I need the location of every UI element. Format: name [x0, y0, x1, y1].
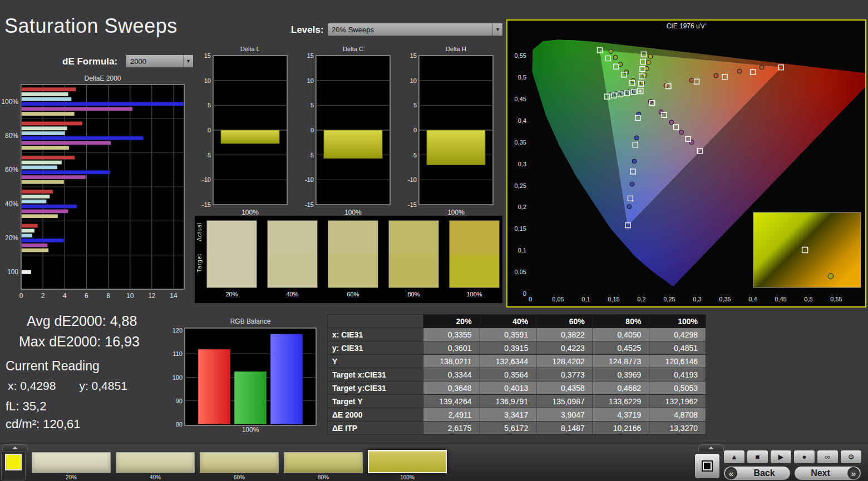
swatch-label: 40% [267, 291, 318, 297]
continuous-button[interactable]: ∞ [817, 450, 839, 464]
svg-text:0,3: 0,3 [693, 296, 701, 303]
table-row-label: Target Y [328, 395, 423, 408]
levels-label: Levels: [291, 24, 324, 36]
table-cell: 0,5053 [649, 381, 706, 395]
svg-text:10: 10 [410, 77, 417, 84]
svg-text:0: 0 [19, 292, 23, 300]
eject-button[interactable]: ▲ [723, 450, 745, 464]
stop-measure-button[interactable] [694, 453, 720, 479]
svg-text:-15: -15 [408, 201, 417, 208]
svg-text:-5: -5 [205, 152, 211, 158]
table-row: x: CIE310,33550,35910,38220,40500,4298 [328, 328, 706, 341]
collapse-tab-left[interactable] [2, 444, 28, 451]
chevron-down-icon: ▼ [183, 55, 193, 67]
svg-text:-5: -5 [411, 152, 417, 158]
svg-text:100%: 100% [344, 209, 362, 216]
svg-text:0,35: 0,35 [515, 139, 526, 146]
delta-l-chart: Delta L151050-5-10-15100% [196, 44, 290, 221]
table-cell: 0,3969 [593, 368, 649, 381]
svg-text:100%: 100% [242, 426, 259, 434]
svg-text:15: 15 [204, 52, 211, 59]
fl-reading: fL: 35,2 [6, 399, 46, 414]
svg-text:-10: -10 [202, 176, 211, 183]
saturation-swatch-100% [449, 220, 500, 288]
pattern-swatch-button-40%[interactable] [116, 452, 195, 473]
svg-text:6: 6 [85, 292, 88, 300]
svg-text:80: 80 [176, 421, 183, 428]
swatch-actual-color [328, 221, 378, 254]
stop-button[interactable]: ■ [747, 450, 768, 464]
pattern-swatch-label: 20% [32, 474, 111, 480]
table-cell: 0,3648 [423, 381, 480, 395]
svg-text:10: 10 [307, 77, 314, 84]
table-row: ΔE ITP2,61755,61728,148710,216613,3270 [328, 422, 706, 435]
bottom-pattern-bar: « Back Next » 20%40%60%80%100%▲■▶●∞⚙ [0, 444, 868, 481]
de-formula-dropdown[interactable]: 2000 ▼ [126, 54, 194, 68]
svg-text:14: 14 [170, 292, 177, 300]
table-row: Y138,0211132,6344128,4202124,8773120,614… [328, 355, 706, 368]
record-button[interactable]: ● [793, 450, 815, 464]
cie-1976-diagram: CIE 1976 u'v'000,050,050,10,10,150,150,2… [507, 21, 865, 306]
swatch-label: 100% [449, 291, 500, 297]
svg-text:0,35: 0,35 [719, 296, 731, 303]
page-title: Saturation Sweeps [4, 14, 177, 38]
svg-text:15: 15 [307, 52, 314, 59]
svg-text:0,5: 0,5 [518, 74, 526, 81]
svg-text:0,05: 0,05 [515, 269, 526, 275]
svg-text:10: 10 [126, 292, 134, 300]
back-button[interactable]: « Back [723, 466, 791, 480]
svg-text:0,05: 0,05 [552, 296, 564, 303]
table-cell: 5,6172 [480, 422, 536, 435]
current-color-chip[interactable] [5, 454, 22, 470]
current-color-chip-panel [1, 451, 26, 480]
svg-text:Delta C: Delta C [343, 46, 363, 52]
svg-text:0,4: 0,4 [518, 117, 526, 124]
cdm2-reading: cd/m²: 120,61 [6, 417, 81, 432]
table-cell: 13,3270 [649, 422, 706, 435]
svg-text:0,25: 0,25 [515, 182, 526, 189]
svg-text:DeltaE 2000: DeltaE 2000 [84, 75, 121, 82]
svg-text:5: 5 [413, 102, 417, 108]
svg-text:0: 0 [413, 127, 417, 133]
svg-text:12: 12 [148, 292, 156, 300]
swatch-actual-color [389, 221, 438, 254]
table-col-header: 60% [536, 315, 593, 328]
svg-text:0,3: 0,3 [518, 161, 526, 167]
table-cell: 139,4264 [423, 395, 480, 408]
saturation-swatch-60% [328, 220, 378, 288]
pattern-swatch-button-80%[interactable] [284, 452, 363, 473]
svg-text:0,5: 0,5 [804, 296, 812, 303]
svg-text:100: 100 [172, 374, 183, 381]
next-button[interactable]: Next » [794, 466, 861, 480]
play-button[interactable]: ▶ [770, 450, 792, 464]
collapse-tab-right[interactable] [698, 444, 724, 451]
xy-reading: x: 0,4298y: 0,4851 [8, 379, 151, 393]
swatch-target-color [450, 254, 499, 287]
pattern-swatch-button-20%[interactable] [32, 452, 111, 473]
svg-text:-5: -5 [308, 152, 314, 158]
table-row: y: CIE310,36010,39150,42230,45250,4851 [328, 341, 706, 355]
table-row-label: ΔE 2000 [328, 408, 423, 422]
svg-text:4: 4 [63, 292, 67, 300]
pattern-swatch-label: 60% [200, 474, 279, 480]
svg-text:0: 0 [208, 127, 211, 133]
table-cell: 138,0211 [423, 355, 480, 368]
svg-text:0,1: 0,1 [581, 296, 590, 303]
table-col-header: 80% [593, 315, 649, 328]
table-cell: 135,0987 [536, 395, 593, 408]
avg-de2000-stat: Avg dE2000: 4,88 [27, 313, 137, 329]
pattern-swatch-button-100%[interactable] [368, 450, 447, 473]
delta-c-chart: Delta C151050-5-10-15100% [299, 44, 393, 221]
svg-text:20%: 20% [5, 234, 18, 242]
table-row: ΔE 20002,49113,34173,90474,37194,8708 [328, 408, 706, 422]
table-cell: 0,3591 [480, 328, 536, 341]
table-cell: 3,9047 [536, 408, 593, 422]
table-cell: 0,4851 [649, 341, 706, 355]
levels-dropdown[interactable]: 20% Sweeps ▼ [327, 23, 503, 36]
table-col-header: 20% [423, 315, 480, 328]
svg-text:100%: 100% [447, 209, 465, 216]
settings-button[interactable]: ⚙ [840, 450, 862, 464]
pattern-swatch-button-60%[interactable] [200, 452, 279, 473]
swatch-actual-color [450, 221, 499, 254]
levels-value: 20% Sweeps [332, 26, 374, 34]
